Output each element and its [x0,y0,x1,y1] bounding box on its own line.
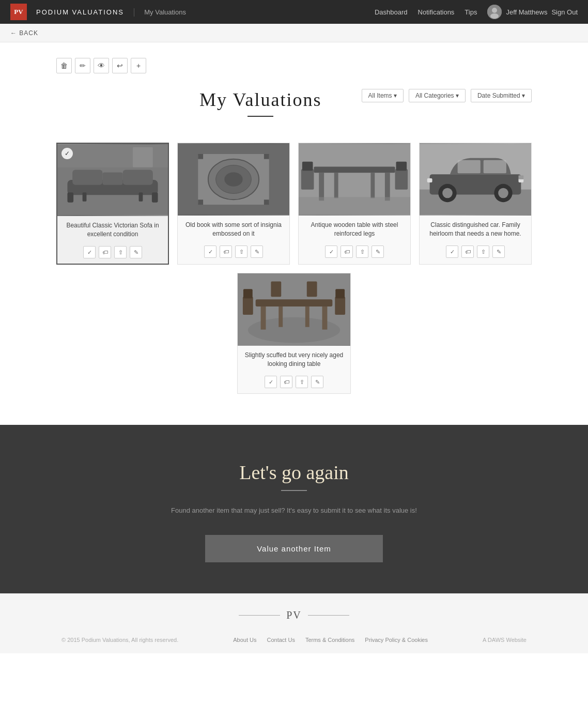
svg-rect-51 [278,306,283,327]
svg-rect-29 [301,169,314,189]
svg-rect-8 [67,192,73,202]
svg-rect-37 [458,160,481,174]
svg-rect-56 [335,289,345,298]
svg-rect-57 [271,282,281,297]
svg-point-2 [490,13,499,19]
back-link[interactable]: ← BACK [10,29,38,37]
footer-dark: Let's go again Found another item that m… [0,425,588,593]
item-description: Slightly scuffed but very nicely aged lo… [238,346,350,373]
item-tag-action[interactable]: 🏷 [220,246,232,258]
svg-rect-33 [299,197,410,214]
item-tag-action[interactable]: 🏷 [341,246,353,258]
filters: All Items ▾ All Categories ▾ Date Submit… [362,89,532,102]
svg-rect-44 [427,178,432,182]
item-edit-action[interactable]: ✎ [372,246,384,258]
item-card[interactable]: Old book with some sort of insignia embo… [177,143,290,265]
item-check-action[interactable]: ✓ [204,246,216,258]
item-card[interactable]: Antique wooden table with steel reinforc… [298,143,411,265]
item-image: ✓ [57,144,168,216]
item-share-action[interactable]: ⇧ [356,246,368,258]
item-check-action[interactable]: ✓ [265,376,277,388]
item-edit-action[interactable]: ✎ [130,246,142,258]
svg-rect-22 [264,200,269,205]
item-card[interactable]: Slightly scuffed but very nicely aged lo… [237,273,351,394]
back-bar: ← BACK [0,24,588,42]
navbar: PV PODIUM VALUATIONS | My Valuations Das… [0,0,588,24]
footer-nav-links: About Us Contact Us Terms & Conditions P… [233,637,428,643]
item-check-action[interactable]: ✓ [83,246,96,258]
navbar-left: PV PODIUM VALUATIONS | My Valuations [10,4,186,20]
filter-all-categories[interactable]: All Categories ▾ [409,89,466,102]
svg-rect-38 [484,160,506,174]
footer-heading: Let's go again [10,461,578,484]
signout-link[interactable]: Sign Out [551,8,578,16]
nav-page-title: My Valuations [144,8,186,16]
svg-point-42 [498,188,508,198]
svg-rect-9 [152,192,158,202]
footer-link-privacy[interactable]: Privacy Policy & Cookies [365,637,428,643]
svg-rect-25 [319,173,324,201]
view-button[interactable]: 👁 [94,58,109,73]
item-check-action[interactable]: ✓ [446,246,458,258]
svg-rect-21 [198,200,203,205]
nav-link-notifications[interactable]: Notifications [418,8,455,16]
svg-rect-58 [307,282,317,297]
filter-date-submitted[interactable]: Date Submitted ▾ [471,89,532,102]
item-tag-action[interactable]: 🏷 [280,376,292,388]
item-share-action[interactable]: ⇧ [114,246,127,258]
svg-rect-19 [198,154,203,159]
toolbar: 🗑 ✏ 👁 ↩ + [56,58,532,73]
brand-name: PODIUM VALUATIONS [36,8,124,16]
value-another-item-button[interactable]: Value another Item [205,535,383,562]
svg-rect-28 [370,173,375,198]
svg-rect-5 [72,170,102,185]
item-image [299,143,410,216]
item-edit-action[interactable]: ✎ [311,376,323,388]
item-edit-action[interactable]: ✎ [492,246,505,258]
item-share-action[interactable]: ⇧ [235,246,247,258]
item-actions: ✓ 🏷 ⇧ ✎ [420,242,531,263]
nav-username: Jeff Matthews [506,8,547,16]
selected-check: ✓ [61,148,73,159]
nav-user: Jeff Matthews Sign Out [487,5,578,19]
svg-rect-54 [243,289,253,298]
item-actions: ✓ 🏷 ⇧ ✎ [57,243,168,264]
footer-pv-logo: PV [286,609,302,621]
svg-point-18 [224,172,242,186]
svg-rect-6 [122,170,152,185]
footer-link-terms[interactable]: Terms & Conditions [305,637,354,643]
item-description: Classic distinguished car. Family heirlo… [420,216,531,242]
svg-rect-45 [518,175,523,179]
edit-button[interactable]: ✏ [75,58,90,73]
item-actions: ✓ 🏷 ⇧ ✎ [238,373,350,393]
footer-link-contact[interactable]: Contact Us [267,637,295,643]
svg-rect-20 [264,154,269,159]
svg-rect-24 [314,166,395,173]
item-description: Antique wooden table with steel reinforc… [299,216,410,242]
svg-rect-13 [133,147,153,167]
avatar [487,5,502,19]
delete-button[interactable]: 🗑 [56,58,72,73]
filter-all-items[interactable]: All Items ▾ [362,89,404,102]
footer-link-about[interactable]: About Us [233,637,256,643]
nav-link-dashboard[interactable]: Dashboard [375,8,408,16]
footer-divider [281,490,307,491]
svg-rect-53 [243,297,253,315]
item-tag-action[interactable]: 🏷 [461,246,474,258]
item-share-action[interactable]: ⇧ [296,376,308,388]
item-description: Beautiful Classic Victorian Sofa in exce… [57,216,168,243]
svg-rect-48 [256,299,333,306]
footer-tagline: Found another item that may just sell? I… [10,507,578,514]
item-check-action[interactable]: ✓ [325,246,337,258]
footer-line-right [308,615,349,616]
item-card[interactable]: ✓ Beautiful Class [56,143,169,265]
nav-link-tips[interactable]: Tips [465,8,477,16]
item-share-action[interactable]: ⇧ [477,246,489,258]
add-button[interactable]: + [131,58,146,73]
item-card[interactable]: Classic distinguished car. Family heirlo… [419,143,532,265]
items-grid-row1: ✓ Beautiful Class [56,143,532,265]
item-edit-action[interactable]: ✎ [251,246,263,258]
item-image [420,143,531,216]
item-tag-action[interactable]: 🏷 [99,246,111,258]
undo-button[interactable]: ↩ [112,58,128,73]
